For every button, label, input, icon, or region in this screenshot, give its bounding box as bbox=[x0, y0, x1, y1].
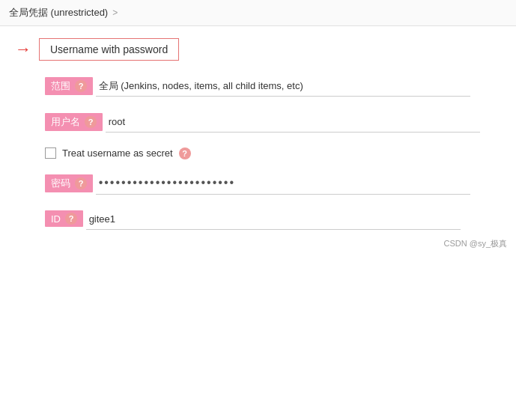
treat-as-secret-checkbox[interactable] bbox=[45, 147, 56, 159]
id-input[interactable] bbox=[86, 209, 461, 230]
breadcrumb-chevron: > bbox=[112, 7, 118, 18]
watermark: CSDN @sy_极真 bbox=[443, 238, 507, 249]
password-label: 密码 ? bbox=[45, 174, 93, 192]
red-arrow-icon: → bbox=[15, 41, 31, 58]
credential-type-label: Username with password bbox=[39, 38, 179, 61]
username-input[interactable] bbox=[106, 112, 480, 133]
username-label-text: 用户名 bbox=[51, 115, 80, 129]
username-field-group: 用户名 ? bbox=[45, 112, 501, 136]
scope-label: 范围 ? bbox=[45, 77, 93, 95]
main-content: → Username with password 范围 ? 用户名 ? Trea… bbox=[0, 26, 516, 255]
title-row: → Username with password bbox=[15, 38, 501, 61]
id-label: ID ? bbox=[45, 210, 83, 227]
username-help-icon[interactable]: ? bbox=[85, 116, 97, 128]
password-help-icon[interactable]: ? bbox=[75, 177, 87, 189]
password-label-text: 密码 bbox=[51, 177, 70, 190]
username-label: 用户名 ? bbox=[45, 113, 103, 131]
id-field-group: ID ? bbox=[45, 209, 501, 232]
breadcrumb-label[interactable]: 全局凭据 (unrestricted) bbox=[9, 6, 108, 19]
password-field-group: 密码 ? bbox=[45, 171, 501, 197]
scope-label-text: 范围 bbox=[51, 79, 70, 93]
scope-input[interactable] bbox=[96, 76, 470, 97]
treat-as-secret-help-icon[interactable]: ? bbox=[179, 147, 191, 159]
scope-help-icon[interactable]: ? bbox=[75, 80, 87, 92]
treat-as-secret-label: Treat username as secret bbox=[62, 147, 173, 159]
password-input[interactable] bbox=[96, 171, 470, 195]
treat-as-secret-row: Treat username as secret ? bbox=[45, 147, 501, 159]
scope-field-group: 范围 ? bbox=[45, 76, 501, 100]
id-help-icon[interactable]: ? bbox=[65, 213, 77, 225]
id-label-text: ID bbox=[51, 213, 61, 225]
form-section: 范围 ? 用户名 ? Treat username as secret ? 密码… bbox=[45, 76, 501, 231]
breadcrumb-bar: 全局凭据 (unrestricted) > bbox=[0, 0, 516, 26]
